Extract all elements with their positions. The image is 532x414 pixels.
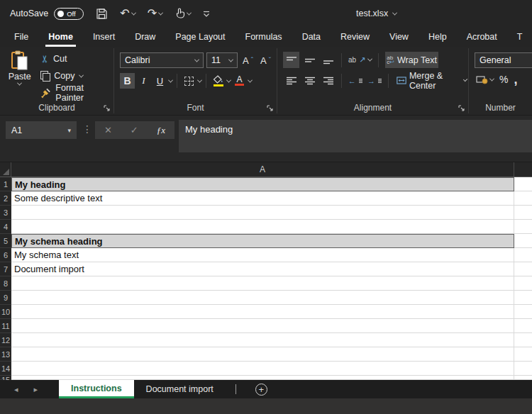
title-dropdown-icon[interactable] (392, 10, 397, 15)
sheet-tab-document-import[interactable]: Document import (134, 380, 226, 398)
cell-b7[interactable] (514, 262, 532, 276)
borders-dropdown-icon[interactable] (197, 77, 202, 82)
sheet-tab-instructions[interactable]: Instructions (59, 380, 134, 398)
middle-align-button[interactable] (301, 52, 318, 68)
formula-input[interactable]: My heading (179, 120, 532, 152)
touch-mouse-mode-button[interactable] (174, 8, 191, 19)
font-size-dropdown-icon[interactable] (228, 57, 233, 62)
cell-a7[interactable]: Document import (11, 262, 514, 276)
cell-a11[interactable] (11, 319, 514, 333)
cell-a8[interactable] (11, 276, 514, 291)
document-title[interactable]: test.xlsx (356, 0, 397, 27)
paste-button[interactable]: Paste (3, 50, 36, 101)
alignment-dialog-launcher[interactable] (458, 105, 465, 111)
clipboard-dialog-launcher[interactable] (104, 105, 110, 111)
add-sheet-button[interactable]: + (255, 384, 267, 396)
underline-button[interactable]: U (153, 73, 167, 89)
merge-center-button[interactable]: Merge & Center (395, 72, 468, 89)
cell-a4[interactable] (11, 220, 514, 234)
cell-a9[interactable] (11, 291, 514, 305)
cell-a13[interactable] (11, 347, 514, 362)
customize-toolbar-button[interactable] (203, 11, 210, 17)
redo-button[interactable]: ↷ (148, 8, 162, 19)
top-align-button[interactable] (283, 52, 299, 68)
prev-sheet-icon[interactable]: ◂ (14, 385, 18, 394)
percent-style-button[interactable]: % (499, 74, 508, 85)
touch-mode-dropdown-icon[interactable] (187, 10, 192, 15)
tab-acrobat[interactable]: Acrobat (457, 27, 507, 47)
wrap-text-button[interactable]: ab c↩ Wrap Text (385, 52, 438, 68)
row-header[interactable]: 8 (0, 276, 11, 291)
cell-a10[interactable] (11, 305, 514, 319)
row-header[interactable]: 11 (0, 319, 11, 333)
cell-b4[interactable] (514, 220, 532, 234)
tab-formulas[interactable]: Formulas (235, 27, 292, 47)
tab-page-layout[interactable]: Page Layout (165, 27, 235, 47)
column-header-b[interactable] (514, 162, 532, 177)
row-header[interactable]: 4 (0, 220, 11, 234)
row-header[interactable]: 7 (0, 262, 11, 276)
redo-dropdown-icon[interactable] (158, 10, 163, 15)
cut-button[interactable]: ✂ Cut (38, 50, 113, 67)
cell-b9[interactable] (514, 291, 532, 305)
font-family-combobox[interactable]: Calibri (120, 52, 204, 68)
cell-b13[interactable] (514, 347, 532, 362)
number-format-combobox[interactable]: General (475, 52, 532, 68)
shrink-font-button[interactable]: Aˇ (258, 52, 273, 68)
copy-dropdown-icon[interactable] (78, 72, 83, 77)
next-sheet-icon[interactable]: ▸ (34, 385, 38, 394)
name-box[interactable]: A1 ▾ (6, 121, 77, 139)
accounting-dropdown-icon[interactable] (489, 76, 494, 81)
font-family-dropdown-icon[interactable] (194, 57, 199, 62)
italic-button[interactable]: I (136, 73, 151, 89)
cell-a6[interactable]: My schema text (11, 248, 514, 262)
cell-a14[interactable] (11, 362, 514, 376)
cell-b5[interactable] (514, 234, 532, 248)
fill-color-dropdown-icon[interactable] (226, 77, 231, 82)
cell-b11[interactable] (514, 319, 532, 333)
tab-file[interactable]: File (4, 27, 38, 47)
enter-icon[interactable]: ✓ (131, 125, 138, 135)
row-header[interactable]: 5 (0, 234, 11, 248)
row-header[interactable]: 6 (0, 248, 11, 262)
align-left-button[interactable] (283, 72, 299, 89)
cell-b14[interactable] (514, 362, 532, 376)
cell-a3[interactable] (11, 206, 514, 220)
cell-b3[interactable] (514, 206, 532, 220)
tab-draw[interactable]: Draw (125, 27, 165, 47)
row-header[interactable]: 2 (0, 191, 11, 206)
cell-a5[interactable]: My schema heading (11, 234, 514, 248)
cancel-icon[interactable]: ✕ (104, 125, 112, 135)
bold-button[interactable]: B (120, 73, 135, 89)
row-header[interactable]: 9 (0, 291, 11, 305)
merge-center-dropdown-icon[interactable] (463, 77, 468, 82)
row-header[interactable]: 1 (0, 177, 11, 191)
comma-style-button[interactable]: , (514, 76, 517, 84)
copy-button[interactable]: Copy (38, 67, 113, 84)
cell-a1[interactable]: My heading (11, 177, 514, 191)
cell-b1[interactable] (514, 177, 532, 191)
cell-a2[interactable]: Some descriptive text (11, 191, 514, 206)
grow-font-button[interactable]: Aˆ (240, 52, 255, 68)
cell-b8[interactable] (514, 276, 532, 291)
name-box-dropdown-icon[interactable]: ▾ (67, 127, 71, 134)
accounting-format-button[interactable] (476, 75, 494, 84)
insert-function-icon[interactable]: ƒx (157, 125, 165, 136)
undo-button[interactable]: ↶ (120, 8, 135, 19)
formula-bar-handle-icon[interactable]: ⋮ (82, 123, 92, 135)
row-header[interactable]: 3 (0, 206, 11, 220)
font-color-dropdown-icon[interactable] (248, 77, 253, 82)
column-header-a[interactable]: A (11, 162, 514, 177)
decrease-indent-button[interactable]: ← (347, 72, 364, 89)
cell-b2[interactable] (514, 191, 532, 206)
align-center-button[interactable] (301, 72, 318, 89)
align-right-button[interactable] (320, 72, 336, 89)
autosave-control[interactable]: AutoSave Off (10, 8, 84, 20)
row-header[interactable]: 10 (0, 305, 11, 319)
cell-b6[interactable] (514, 248, 532, 262)
fill-color-button[interactable] (211, 73, 226, 89)
font-size-combobox[interactable]: 11 (206, 52, 238, 68)
orientation-dropdown-icon[interactable] (367, 57, 372, 62)
borders-button[interactable] (182, 73, 196, 89)
format-painter-button[interactable]: Format Painter (38, 84, 113, 101)
